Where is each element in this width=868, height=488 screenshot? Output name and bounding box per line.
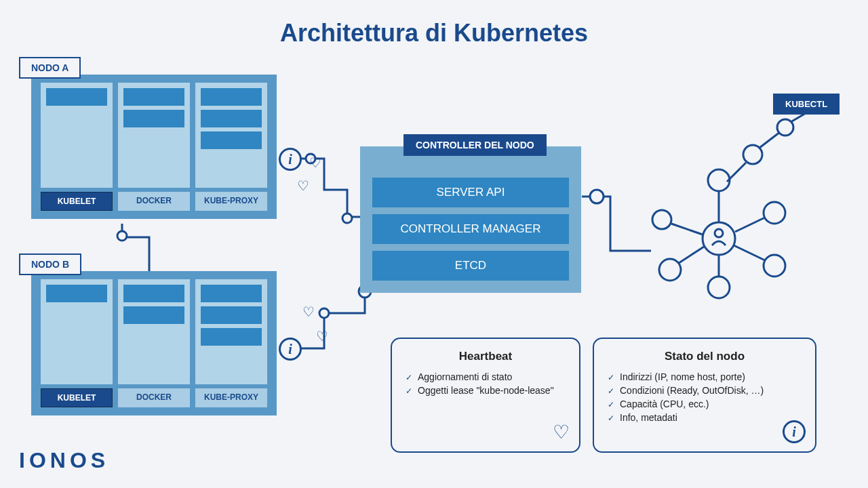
status-item: Condizioni (Ready, OutOfDisk, …) [608,384,802,397]
svg-point-6 [703,222,735,255]
svg-line-10 [735,217,766,232]
heartbeat-icon: ♡ [316,328,328,344]
svg-line-16 [677,247,704,264]
docker-label: DOCKER [118,388,190,407]
controller-manager-bar: CONTROLLER MANAGER [372,214,569,244]
svg-point-11 [764,202,785,224]
status-title: Stato del nodo [608,350,802,363]
node-a: KUBELET DOCKER KUBE-PROXY [31,75,277,219]
pod-column [41,83,113,188]
node-b-label: NODO B [19,253,81,275]
info-icon: i [279,148,302,171]
svg-point-3 [319,308,329,318]
status-card: Stato del nodo Indirizzi (IP, nome host,… [593,338,816,453]
status-item: Indirizzi (IP, nome host, porte) [608,370,802,384]
svg-point-20 [743,145,762,164]
kube-proxy-label: KUBE-PROXY [195,192,267,211]
heartbeat-item: Oggetti lease "kube-node-lease" [406,384,566,397]
svg-line-12 [734,245,766,261]
heartbeat-icon: ♡ [302,304,315,320]
svg-point-17 [659,259,681,281]
pod-column [41,279,113,384]
status-item: Capacità (CPU, ecc.) [608,397,802,411]
svg-point-15 [708,277,730,298]
pod-column [195,83,267,188]
heartbeat-item: Aggiornamenti di stato [406,370,566,384]
kubelet-label: KUBELET [41,388,113,407]
server-api-bar: SERVER API [372,178,569,207]
node-a-label: NODO A [19,57,81,79]
info-icon: i [279,338,302,361]
etcd-bar: ETCD [372,251,569,281]
kubectl-label: KUBECTL [773,94,840,115]
svg-point-0 [117,231,127,241]
docker-label: DOCKER [118,192,190,211]
svg-point-9 [708,169,730,191]
svg-point-5 [590,190,604,203]
pod-column [118,279,190,384]
status-item: Info, metadati [608,411,802,424]
controller-box: SERVER API CONTROLLER MANAGER ETCD [360,146,581,293]
pod-column [195,279,267,384]
kube-proxy-label: KUBE-PROXY [195,388,267,407]
svg-point-7 [715,229,723,237]
controller-label: CONTROLLER DEL NODO [403,134,547,156]
svg-point-19 [652,210,671,229]
info-icon: i [783,420,806,443]
heartbeat-title: Heartbeat [406,350,566,363]
pod-column [118,83,190,188]
heartbeat-card: Heartbeat Aggiornamenti di stato Oggetti… [391,338,580,453]
heartbeat-icon: ♡ [309,155,321,171]
kubelet-label: KUBELET [41,192,113,211]
svg-point-2 [342,214,352,223]
svg-line-18 [671,224,703,235]
node-b: KUBELET DOCKER KUBE-PROXY [31,271,277,415]
svg-point-13 [764,255,785,277]
heartbeat-icon: ♡ [297,178,309,194]
heartbeat-icon: ♡ [553,421,570,443]
